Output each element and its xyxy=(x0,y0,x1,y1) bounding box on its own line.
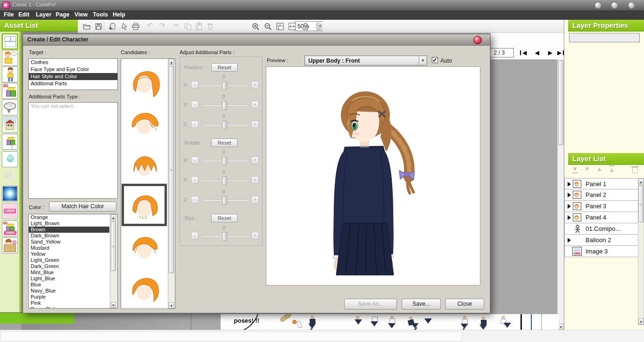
candidates-scrollbar[interactable]: ▲ ≡ ▼ xyxy=(168,59,175,309)
pointer-icon[interactable] xyxy=(119,21,130,32)
hair-candidate-1[interactable] xyxy=(124,61,165,100)
target-option-selected[interactable]: Hair Style and Color xyxy=(29,73,117,80)
canvas-horizontal-scrollbar[interactable] xyxy=(0,330,644,342)
color-option[interactable]: Light_Brown xyxy=(29,220,109,227)
menu-layer[interactable]: Layer xyxy=(36,11,51,18)
color-option[interactable]: Light_Blue xyxy=(29,276,109,282)
open-icon[interactable] xyxy=(82,21,92,32)
dialog-title-bar[interactable]: Create / Edit Character xyxy=(23,34,490,46)
menu-page[interactable]: Page xyxy=(56,11,69,18)
menu-tools[interactable]: Tools xyxy=(93,11,108,18)
cut-icon[interactable]: ✂ xyxy=(171,21,182,32)
sidebar-item-3d-items[interactable]: 3D xyxy=(2,83,18,99)
move-layer-top-icon[interactable]: ▲ xyxy=(609,165,615,173)
color-option[interactable]: Dark_Brown xyxy=(29,233,109,239)
sidebar-item-backgrounds[interactable] xyxy=(2,117,18,133)
increment-button[interactable]: + xyxy=(251,232,259,239)
dialog-close-icon[interactable] xyxy=(473,36,482,44)
sidebar-item-effects[interactable] xyxy=(2,151,18,167)
color-option[interactable]: Blue xyxy=(29,282,109,288)
copy-icon[interactable] xyxy=(182,21,193,32)
undo-icon[interactable]: ↶ xyxy=(145,21,155,32)
slider-thumb[interactable] xyxy=(222,156,227,165)
increment-button[interactable]: + xyxy=(251,156,259,164)
zoom-in-icon[interactable] xyxy=(250,21,261,32)
slider-thumb[interactable] xyxy=(222,121,227,130)
sidebar-item-user-3d[interactable]: 3D USER xyxy=(2,220,18,236)
decrement-button[interactable]: - xyxy=(191,176,198,184)
size-reset-button[interactable]: Reset xyxy=(211,214,238,222)
hair-candidate-4-selected[interactable] xyxy=(124,186,165,224)
target-option[interactable]: Face Type and Eye Color xyxy=(29,66,117,73)
slider-thumb[interactable] xyxy=(222,101,227,110)
decrement-button[interactable]: - xyxy=(191,101,198,108)
layer-row-panel3[interactable]: Panel 3 xyxy=(564,201,638,212)
sidebar-item-characters[interactable] xyxy=(2,50,18,66)
next-page-button[interactable]: ▶ xyxy=(545,49,555,57)
decrement-button[interactable]: - xyxy=(191,156,198,164)
character-tool-icon[interactable] xyxy=(301,21,311,32)
save-button[interactable]: Save... xyxy=(402,299,441,309)
color-option[interactable]: Dark_Green xyxy=(29,263,109,269)
panel-view-icon[interactable] xyxy=(275,21,285,32)
slider-thumb[interactable] xyxy=(222,196,227,205)
menu-file[interactable]: File xyxy=(4,11,14,18)
color-option[interactable]: Navy_Blue xyxy=(29,288,109,294)
hair-candidate-6[interactable] xyxy=(124,269,165,307)
menu-view[interactable]: View xyxy=(74,11,88,18)
scroll-up-arrow[interactable]: ▲ xyxy=(638,179,644,185)
save-icon[interactable] xyxy=(93,21,104,32)
increment-button[interactable]: + xyxy=(251,196,259,204)
color-option[interactable]: Light_Green xyxy=(29,257,109,263)
increment-button[interactable]: + xyxy=(251,101,259,108)
color-option[interactable]: Mustard xyxy=(29,245,109,251)
hair-candidate-3[interactable] xyxy=(124,144,165,183)
canvas-vertical-scrollbar[interactable]: ▼ xyxy=(557,59,564,330)
previous-page-button[interactable]: ◀ xyxy=(532,49,542,57)
hair-candidate-5[interactable] xyxy=(124,227,165,266)
hair-candidate-2[interactable] xyxy=(124,103,165,141)
close-button[interactable]: Close xyxy=(445,299,484,309)
expander-icon[interactable] xyxy=(568,182,571,187)
move-layer-up-icon[interactable]: ▲ xyxy=(596,165,603,172)
scroll-down-arrow[interactable]: ▼ xyxy=(111,302,116,308)
sidebar-item-balloons[interactable] xyxy=(2,99,18,115)
fit-width-icon[interactable] xyxy=(287,21,297,32)
color-option-selected[interactable]: Brown xyxy=(29,227,109,233)
color-option[interactable]: Mint_Blue xyxy=(29,269,109,276)
decrement-button[interactable]: - xyxy=(191,232,198,239)
decrement-button[interactable]: - xyxy=(191,81,198,89)
layer-row-panel2[interactable]: Panel 2 xyxy=(564,189,638,201)
export-icon[interactable] xyxy=(107,21,117,32)
sidebar-item-items[interactable] xyxy=(2,134,18,150)
sidebar-item-downloads[interactable] xyxy=(2,237,18,253)
slider-thumb[interactable] xyxy=(222,176,227,185)
preview-view-select[interactable]: Upper Body : Front ▼ xyxy=(305,56,427,65)
delete-layer-icon[interactable] xyxy=(632,167,638,173)
menu-edit[interactable]: Edit xyxy=(18,11,29,18)
zoom-out-icon[interactable] xyxy=(263,21,273,32)
layer-row-balloon[interactable]: Balloon 2 xyxy=(564,235,638,246)
color-option[interactable]: Yellow xyxy=(29,251,109,257)
paste-icon[interactable] xyxy=(194,21,204,32)
layer-row-panel4[interactable]: Panel 4 xyxy=(564,212,638,223)
expander-icon[interactable] xyxy=(568,215,571,220)
layer-row-panel1[interactable]: Panel 1 xyxy=(564,178,638,189)
slider-thumb[interactable] xyxy=(222,232,227,241)
sidebar-item-sound-effects[interactable]: SE xyxy=(2,169,18,185)
layer-row-character[interactable]: 01.Comipo… xyxy=(564,223,638,235)
menu-help[interactable]: Help xyxy=(113,11,125,18)
decrement-button[interactable]: - xyxy=(191,196,198,204)
layer-row-image[interactable]: USER Image 3 xyxy=(564,246,638,257)
maximize-button[interactable] xyxy=(611,2,618,9)
3d-tool-icon[interactable] xyxy=(314,21,324,32)
color-option[interactable]: Orange xyxy=(29,214,109,220)
minimize-button[interactable] xyxy=(594,2,602,9)
color-option[interactable]: Purple xyxy=(29,294,109,300)
color-option[interactable]: Pink xyxy=(29,300,109,306)
redo-icon[interactable]: ↷ xyxy=(157,21,167,32)
expander-icon[interactable] xyxy=(568,238,571,243)
scroll-down-arrow[interactable]: ▼ xyxy=(638,318,644,325)
increment-button[interactable]: + xyxy=(251,81,259,89)
color-option[interactable]: Deep_Pink xyxy=(29,306,109,309)
